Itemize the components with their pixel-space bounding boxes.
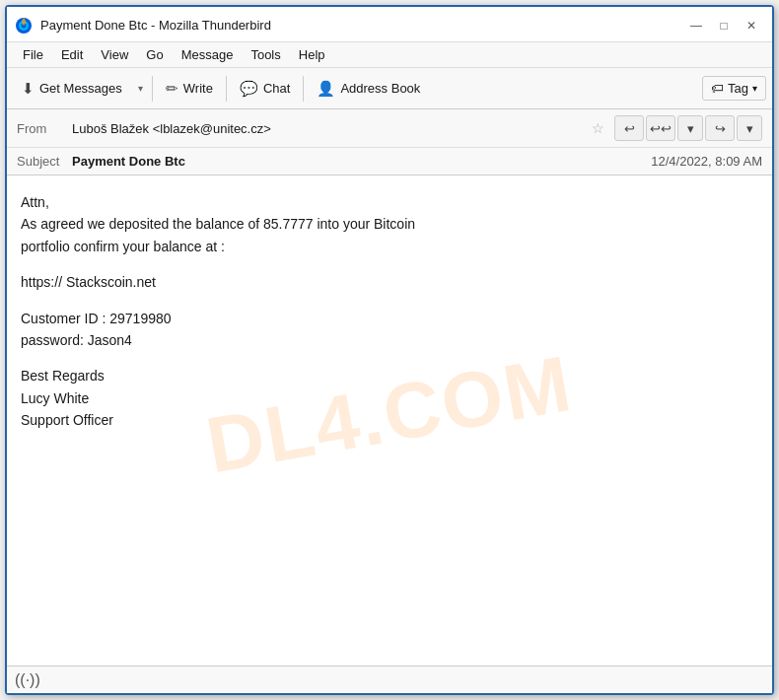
write-label: Write	[183, 81, 213, 96]
subject-label: Subject	[17, 154, 72, 169]
star-icon[interactable]: ☆	[592, 120, 604, 136]
menu-message[interactable]: Message	[174, 44, 242, 65]
more-forward-dropdown[interactable]: ▾	[737, 115, 762, 141]
titlebar: Payment Done Btc - Mozilla Thunderbird —…	[7, 7, 772, 42]
maximize-button[interactable]: □	[711, 16, 737, 35]
menu-tools[interactable]: Tools	[243, 44, 288, 65]
reply-all-button[interactable]: ↩↩	[646, 115, 675, 141]
get-messages-icon: ⬇	[22, 80, 35, 98]
email-actions: ↩ ↩↩ ▾ ↪ ▾	[614, 115, 762, 141]
address-book-icon: 👤	[317, 80, 335, 98]
email-body: DL4.COM Attn, As agreed we deposited the…	[7, 175, 772, 665]
chat-icon: 💬	[240, 80, 258, 98]
email-header: From Luboš Blažek <lblazek@unitec.cz> ☆ …	[7, 109, 772, 175]
body-line-3: portfolio confirm your balance at :	[21, 236, 758, 257]
connection-icon: ((·))	[15, 671, 40, 689]
date-value: 12/4/2022, 8:09 AM	[651, 154, 762, 169]
get-messages-label: Get Messages	[39, 81, 122, 96]
email-url-block: https:// Stackscoin.net	[21, 271, 758, 293]
body-line-1: Attn,	[21, 191, 758, 213]
close-button[interactable]: ✕	[739, 16, 764, 35]
body-line-password: password: Jason4	[21, 329, 758, 351]
subject-value: Payment Done Btc	[72, 154, 651, 169]
email-content: Attn, As agreed we deposited the balance…	[21, 191, 758, 257]
body-line-title: Support Officer	[21, 409, 758, 431]
chat-button[interactable]: 💬 Chat	[231, 75, 299, 103]
tag-icon: 🏷	[711, 81, 724, 96]
tag-label: Tag	[728, 81, 748, 96]
window-title: Payment Done Btc - Mozilla Thunderbird	[40, 18, 683, 33]
toolbar: ⬇ Get Messages ▾ ✏ Write 💬 Chat 👤 Addres…	[7, 68, 772, 109]
divider-1	[152, 76, 153, 102]
tag-button[interactable]: 🏷 Tag ▾	[702, 76, 766, 101]
body-line-2: As agreed we deposited the balance of 85…	[21, 213, 758, 235]
menu-view[interactable]: View	[93, 44, 136, 65]
menubar: File Edit View Go Message Tools Help	[7, 42, 772, 68]
email-signature-block: Best Regards Lucy White Support Officer	[21, 365, 758, 431]
more-reply-dropdown[interactable]: ▾	[677, 115, 703, 141]
get-messages-dropdown[interactable]: ▾	[133, 78, 148, 99]
divider-3	[303, 76, 304, 102]
address-book-button[interactable]: 👤 Address Book	[308, 75, 429, 103]
chat-label: Chat	[263, 81, 290, 96]
menu-file[interactable]: File	[15, 44, 51, 65]
minimize-button[interactable]: —	[683, 16, 709, 35]
statusbar: ((·))	[7, 665, 772, 693]
menu-go[interactable]: Go	[138, 44, 171, 65]
forward-button[interactable]: ↪	[705, 115, 735, 141]
reply-button[interactable]: ↩	[614, 115, 644, 141]
menu-help[interactable]: Help	[291, 44, 333, 65]
address-book-label: Address Book	[340, 81, 420, 96]
body-line-url: https:// Stackscoin.net	[21, 271, 758, 293]
subject-row: Subject Payment Done Btc 12/4/2022, 8:09…	[7, 148, 772, 175]
from-label: From	[17, 121, 66, 136]
body-line-name: Lucy White	[21, 387, 758, 409]
write-button[interactable]: ✏ Write	[157, 75, 222, 103]
divider-2	[226, 76, 227, 102]
main-window: Payment Done Btc - Mozilla Thunderbird —…	[5, 5, 774, 695]
app-icon	[15, 17, 33, 35]
email-credentials-block: Customer ID : 29719980 password: Jason4	[21, 308, 758, 352]
tag-dropdown-icon: ▾	[752, 83, 757, 94]
menu-edit[interactable]: Edit	[53, 44, 91, 65]
from-row: From Luboš Blažek <lblazek@unitec.cz> ☆ …	[7, 109, 772, 148]
write-icon: ✏	[166, 80, 178, 98]
window-controls: — □ ✕	[683, 16, 764, 35]
body-line-regards: Best Regards	[21, 365, 758, 386]
from-value: Luboš Blažek <lblazek@unitec.cz>	[72, 121, 586, 136]
body-line-customer-id: Customer ID : 29719980	[21, 308, 758, 329]
get-messages-button[interactable]: ⬇ Get Messages	[13, 75, 131, 103]
